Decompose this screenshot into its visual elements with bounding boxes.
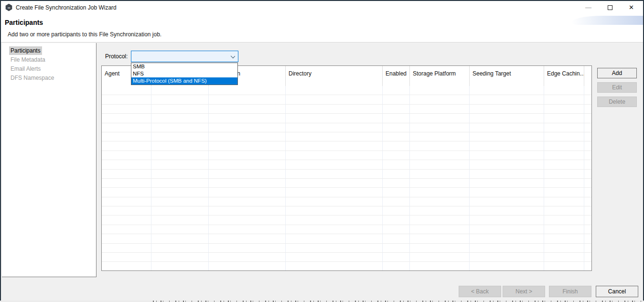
table-cell [470, 253, 544, 261]
title-bar[interactable]: ∞ Create File Synchronization Job Wizard… [1, 1, 643, 14]
column-header-edge-cachin[interactable]: Edge Cachin... [544, 66, 584, 86]
dropdown-option[interactable]: SMB [131, 63, 237, 70]
table-cell [286, 105, 383, 113]
protocol-dropdown[interactable] [131, 51, 238, 62]
participants-table[interactable]: AgentDescriptionDirectoryEnabledStorage … [101, 65, 592, 271]
cancel-button[interactable]: Cancel [596, 286, 638, 297]
table-cell [209, 206, 286, 215]
maximize-button[interactable] [599, 1, 621, 14]
table-row [102, 216, 591, 225]
table-cell [102, 262, 151, 270]
column-header[interactable] [584, 66, 591, 86]
table-cell [410, 170, 470, 178]
table-cell [209, 123, 286, 132]
table-cell [151, 151, 209, 160]
minimize-button[interactable]: — [578, 1, 599, 14]
table-cell [209, 170, 286, 178]
table-cell [286, 216, 383, 224]
table-cell [544, 86, 584, 95]
table-row [102, 262, 591, 271]
table-cell [209, 188, 286, 196]
table-cell [584, 234, 591, 243]
table-row [102, 197, 591, 206]
table-cell [286, 197, 383, 206]
column-header-seeding-target[interactable]: Seeding Target [470, 66, 544, 86]
table-cell [584, 123, 591, 132]
table-cell [383, 225, 410, 234]
table-cell [286, 234, 383, 243]
table-row [102, 114, 591, 123]
table-cell [383, 262, 410, 270]
protocol-label: Protocol: [105, 53, 128, 60]
table-cell [470, 160, 544, 169]
table-cell [544, 197, 584, 206]
table-cell [383, 244, 410, 252]
table-cell [544, 123, 584, 132]
table-row [102, 86, 591, 95]
chevron-down-icon [231, 54, 235, 58]
table-cell [151, 244, 209, 252]
table-cell [102, 179, 151, 187]
table-cell [383, 179, 410, 187]
back-button: < Back [459, 286, 501, 297]
table-cell [383, 188, 410, 196]
table-cell [383, 170, 410, 178]
table-cell [544, 234, 584, 243]
table-row [102, 170, 591, 179]
table-cell [151, 234, 209, 243]
add-button[interactable]: Add [597, 68, 637, 78]
table-cell [470, 188, 544, 196]
table-cell [151, 170, 209, 178]
maximize-icon [608, 5, 612, 10]
table-cell [209, 244, 286, 252]
table-cell [470, 132, 544, 141]
table-row [102, 253, 591, 262]
sidebar-item-file-metadata[interactable]: File Metadata [9, 55, 47, 64]
table-cell [410, 197, 470, 206]
close-button[interactable]: ✕ [621, 1, 642, 14]
column-header-storage-platform[interactable]: Storage Platform [410, 66, 470, 86]
table-cell [410, 234, 470, 243]
sidebar-item-dfs-namespace[interactable]: DFS Namespace [9, 74, 55, 82]
table-cell [410, 95, 470, 104]
table-cell [209, 151, 286, 160]
column-header-directory[interactable]: Directory [286, 66, 383, 86]
table-cell [102, 216, 151, 224]
table-cell [383, 86, 410, 95]
table-row [102, 206, 591, 216]
table-cell [584, 114, 591, 122]
table-cell [151, 262, 209, 270]
table-cell [209, 114, 286, 122]
table-cell [544, 262, 584, 270]
table-cell [383, 123, 410, 132]
table-cell [584, 151, 591, 160]
table-cell [102, 105, 151, 113]
dropdown-option[interactable]: NFS [131, 70, 237, 77]
table-cell [286, 151, 383, 160]
dropdown-option[interactable]: Multi-Protocol (SMB and NFS) [131, 77, 237, 85]
table-cell [102, 95, 151, 104]
table-cell [410, 132, 470, 141]
svg-text:∞: ∞ [7, 5, 11, 10]
screen: ∞ Create File Synchronization Job Wizard… [0, 0, 644, 302]
table-cell [102, 253, 151, 261]
table-body [102, 86, 591, 271]
table-cell [470, 244, 544, 252]
decorative-swoosh [571, 16, 643, 25]
protocol-dropdown-list: SMBNFSMulti-Protocol (SMB and NFS) [131, 63, 238, 85]
sidebar-item-email-alerts[interactable]: Email Alerts [9, 65, 42, 73]
table-cell [383, 105, 410, 113]
table-row [102, 105, 591, 114]
table-cell [470, 141, 544, 150]
table-cell [544, 188, 584, 196]
sidebar-item-participants[interactable]: Participants [9, 46, 42, 55]
table-cell [410, 262, 470, 270]
table-cell [102, 170, 151, 178]
table-cell [102, 123, 151, 132]
table-cell [286, 132, 383, 141]
table-cell [584, 197, 591, 206]
column-header-enabled[interactable]: Enabled [383, 66, 410, 86]
table-cell [151, 141, 209, 150]
table-cell [209, 132, 286, 141]
table-cell [102, 188, 151, 196]
